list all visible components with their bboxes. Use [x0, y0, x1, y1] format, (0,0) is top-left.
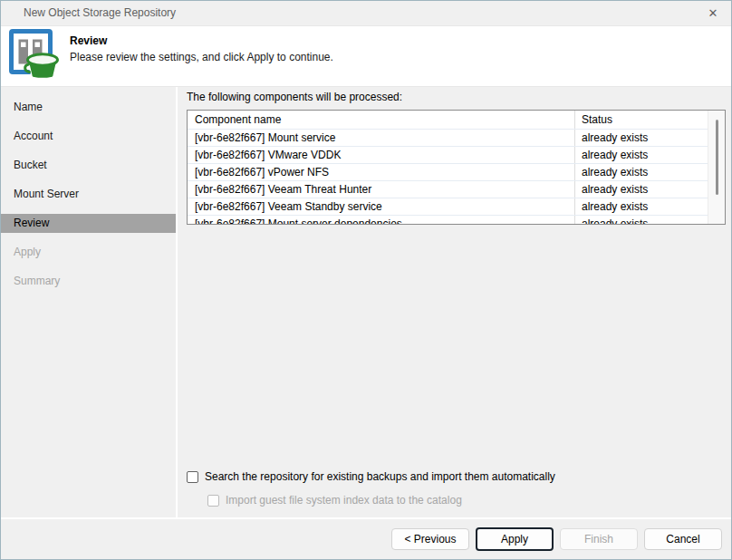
- sidebar-step-label: Apply: [14, 246, 41, 258]
- search-repository-checkbox[interactable]: [187, 471, 198, 483]
- sidebar-item-summary: Summary: [1, 272, 176, 291]
- checkbox-label: Search the repository for existing backu…: [205, 470, 555, 483]
- table-header-row: Component name Status: [188, 111, 708, 129]
- cancel-button[interactable]: Cancel: [644, 528, 722, 550]
- checkbox-row-1: Import guest file system index data to t…: [207, 494, 462, 507]
- status-cell: already exists: [574, 181, 708, 198]
- table-row[interactable]: [vbr-6e82f667] VMware VDDK already exist…: [188, 146, 708, 163]
- import-index-checkbox: [207, 495, 219, 507]
- column-header-component-name[interactable]: Component name: [188, 111, 574, 129]
- table-row[interactable]: [vbr-6e82f667] Mount server dependencies…: [188, 215, 708, 224]
- status-cell: already exists: [574, 130, 708, 146]
- finish-button: Finish: [560, 528, 638, 550]
- component-name-cell: [vbr-6e82f667] Mount server dependencies: [188, 216, 574, 224]
- wizard-footer: < PreviousApplyFinishCancel: [1, 517, 731, 559]
- table-row[interactable]: [vbr-6e82f667] vPower NFS already exists: [188, 163, 708, 180]
- sidebar-step-label: Name: [14, 101, 43, 113]
- sidebar-item-review[interactable]: Review: [1, 214, 176, 233]
- table-row[interactable]: [vbr-6e82f667] Mount service already exi…: [188, 129, 708, 146]
- wizard-body: NameAccountBucketMount ServerReviewApply…: [1, 87, 731, 519]
- table-row[interactable]: [vbr-6e82f667] Veeam Threat Hunter alrea…: [188, 180, 708, 198]
- review-step-content: The following components will be process…: [178, 87, 731, 519]
- wizard-header: Review Please review the settings, and c…: [1, 26, 731, 87]
- window-title: New Object Storage Repository: [24, 1, 176, 25]
- table-row[interactable]: [vbr-6e82f667] Veeam Standby service alr…: [188, 198, 708, 215]
- component-name-cell: [vbr-6e82f667] vPower NFS: [188, 164, 574, 180]
- scrollbar-thumb[interactable]: [716, 120, 718, 195]
- component-name-cell: [vbr-6e82f667] Veeam Threat Hunter: [188, 181, 574, 198]
- status-cell: already exists: [574, 198, 708, 215]
- sidebar-step-label: Summary: [14, 275, 60, 287]
- sidebar-step-label: Account: [14, 130, 53, 142]
- checkbox-row-0: Search the repository for existing backu…: [187, 470, 555, 483]
- previous-button[interactable]: < Previous: [391, 528, 469, 550]
- component-name-cell: [vbr-6e82f667] Mount service: [188, 130, 574, 146]
- column-header-status[interactable]: Status: [574, 111, 708, 129]
- wizard-steps-sidebar: NameAccountBucketMount ServerReviewApply…: [1, 87, 176, 519]
- status-cell: already exists: [574, 147, 708, 163]
- sidebar-item-apply: Apply: [1, 243, 176, 262]
- component-name-cell: [vbr-6e82f667] Veeam Standby service: [188, 198, 574, 215]
- apply-button[interactable]: Apply: [476, 527, 554, 551]
- new-object-storage-repository-dialog: New Object Storage Repository ✕ Review P…: [0, 0, 732, 560]
- table-vertical-scrollbar[interactable]: [708, 111, 725, 224]
- close-icon[interactable]: ✕: [704, 5, 722, 22]
- object-storage-repository-icon: [8, 28, 61, 82]
- sidebar-item-account[interactable]: Account: [1, 127, 176, 146]
- checkbox-label: Import guest file system index data to t…: [226, 494, 462, 507]
- title-bar: New Object Storage Repository ✕: [1, 1, 731, 26]
- sidebar-step-label: Mount Server: [14, 188, 79, 200]
- sidebar-item-mount-server[interactable]: Mount Server: [1, 185, 176, 204]
- sidebar-step-label: Bucket: [14, 159, 47, 171]
- step-subtitle: Please review the settings, and click Ap…: [70, 51, 333, 63]
- component-name-cell: [vbr-6e82f667] VMware VDDK: [188, 147, 574, 163]
- sidebar-step-label: Review: [14, 217, 49, 229]
- sidebar-item-bucket[interactable]: Bucket: [1, 156, 176, 175]
- step-title: Review: [70, 34, 107, 47]
- status-cell: already exists: [574, 164, 708, 180]
- components-table: Component name Status [vbr-6e82f667] Mou…: [187, 110, 726, 225]
- components-list-label: The following components will be process…: [187, 91, 402, 103]
- components-table-rows: Component name Status [vbr-6e82f667] Mou…: [188, 111, 708, 224]
- sidebar-item-name[interactable]: Name: [1, 98, 176, 117]
- status-cell: already exists: [574, 216, 708, 224]
